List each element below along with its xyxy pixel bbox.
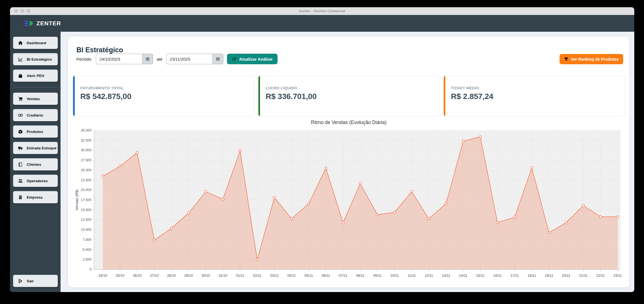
kpi-label: LUCRO LÍQUIDO	[266, 86, 439, 90]
svg-text:30.000: 30.000	[81, 148, 91, 152]
bi-panel: BI Estratégico Período: até	[68, 37, 629, 287]
sidebar-item-label: Empresa	[27, 195, 43, 199]
y-axis-labels: 02.5005.0007.50010.00012.50015.00017.500…	[81, 128, 91, 271]
date-from-input[interactable]	[96, 54, 142, 64]
sidebar-item-entrada-estoque[interactable]: Entrada Estoque	[13, 142, 58, 154]
sidebar-item-operadores[interactable]: Operadores	[13, 175, 58, 187]
svg-text:12/11: 12/11	[425, 274, 433, 278]
sidebar-item-dashboard[interactable]: Dashboard	[13, 37, 58, 49]
sidebar-item-clientes[interactable]: Clientes	[13, 158, 58, 170]
svg-text:08/11: 08/11	[356, 274, 364, 278]
kpi-accent-bar	[73, 76, 75, 116]
x-axis-labels: 24/1025/1026/1027/1028/1029/1030/1031/10…	[98, 274, 622, 278]
shopping-bag-icon	[18, 73, 23, 78]
calendar-icon	[216, 57, 220, 61]
svg-text:04/11: 04/11	[287, 274, 296, 278]
sidebar-item-bi-estrategico[interactable]: BI Estratégico	[13, 53, 58, 65]
svg-text:35.000: 35.000	[81, 128, 91, 132]
brand-logo: ZENTER	[24, 20, 61, 27]
svg-text:14/11: 14/11	[459, 274, 467, 278]
sidebar-item-label: BI Estratégico	[27, 57, 52, 61]
svg-text:10/11: 10/11	[390, 274, 399, 278]
sidebar-item-empresa[interactable]: Empresa	[13, 191, 58, 203]
address-book-icon	[18, 162, 23, 167]
svg-text:32.500: 32.500	[81, 139, 91, 142]
sidebar-item-crediario[interactable]: Crediário	[13, 109, 58, 121]
kpi-card-ticket: TICKET MÉDIO R$ 2.857,24	[443, 76, 625, 116]
sidebar-item-label: Sair	[27, 279, 34, 283]
ranking-produtos-button[interactable]: Ver Ranking de Produtos	[560, 54, 623, 64]
page-title: BI Estratégico	[76, 46, 123, 54]
sidebar-item-produtos[interactable]: Produtos	[13, 125, 58, 138]
sales-chart-block: Ritmo de Vendas (Evolução Diária) 02.500…	[74, 120, 624, 285]
zoom-window-button[interactable]	[27, 9, 30, 13]
svg-text:13/11: 13/11	[442, 274, 450, 278]
svg-text:19/11: 19/11	[545, 274, 553, 278]
svg-text:25.000: 25.000	[81, 168, 91, 172]
svg-text:20.000: 20.000	[81, 188, 91, 192]
window-body: Dashboard BI Estratégico Abrir PDV Venda…	[10, 32, 634, 292]
sidebar-item-abrir-pdv[interactable]: Abrir PDV	[13, 70, 58, 82]
chart-title: Ritmo de Vendas (Evolução Diária)	[74, 120, 624, 125]
refresh-analysis-button[interactable]: Atualizar Análise	[227, 54, 278, 64]
kpi-cards-row: FATURAMENTO TOTAL R$ 542.875,00 LUCRO LÍ…	[73, 76, 625, 116]
brand-name: ZENTER	[36, 20, 61, 27]
kpi-card-faturamento: FATURAMENTO TOTAL R$ 542.875,00	[73, 76, 254, 116]
refresh-analysis-label: Atualizar Análise	[239, 57, 273, 61]
svg-text:17.500: 17.500	[81, 198, 91, 202]
svg-text:01/11: 01/11	[236, 274, 244, 278]
line-chart-icon	[18, 57, 23, 62]
date-from-calendar-button[interactable]	[142, 54, 153, 64]
svg-text:29/10: 29/10	[184, 274, 193, 278]
y-axis-title: Vendas (R$)	[75, 189, 79, 210]
sign-out-icon	[18, 279, 23, 283]
sidebar-item-label: Vendas	[27, 97, 40, 101]
svg-text:2.500: 2.500	[83, 258, 91, 261]
title-bar: Zenter - Gestão Comercial	[10, 7, 634, 15]
window-title: Zenter - Gestão Comercial	[299, 9, 345, 13]
desktop: { "window": { "title": "Zenter - Gestão …	[0, 0, 644, 304]
kpi-value: R$ 336.701,00	[266, 92, 439, 101]
shopping-cart-icon	[18, 97, 23, 101]
svg-text:10.000: 10.000	[81, 228, 91, 232]
sales-evolution-chart: 02.5005.0007.50010.00012.50015.00017.500…	[74, 127, 624, 285]
sidebar-item-label: Abrir PDV	[27, 74, 44, 78]
svg-text:07/11: 07/11	[339, 274, 347, 278]
sidebar-item-label: Dashboard	[27, 41, 46, 45]
date-from-group	[96, 54, 153, 64]
date-to-calendar-button[interactable]	[213, 54, 223, 64]
svg-text:15.000: 15.000	[81, 208, 91, 212]
sidebar: Dashboard BI Estratégico Abrir PDV Venda…	[10, 32, 61, 292]
svg-text:18/11: 18/11	[528, 274, 536, 278]
date-to-input[interactable]	[166, 54, 213, 64]
svg-text:17/11: 17/11	[510, 274, 519, 278]
sidebar-item-vendas[interactable]: Vendas	[13, 93, 58, 105]
app-header: ZENTER	[10, 15, 634, 32]
svg-text:22/11: 22/11	[596, 274, 605, 278]
banknote-icon	[18, 113, 23, 118]
svg-text:22.500: 22.500	[81, 178, 91, 182]
date-to-group	[166, 54, 223, 64]
kpi-label: TICKET MÉDIO	[451, 86, 624, 90]
svg-text:5.000: 5.000	[83, 248, 91, 252]
svg-text:02/11: 02/11	[253, 274, 261, 278]
sidebar-item-sair[interactable]: Sair	[13, 275, 58, 287]
sidebar-divider	[14, 87, 57, 87]
svg-text:21/11: 21/11	[579, 274, 587, 278]
refresh-icon	[232, 57, 236, 61]
close-window-button[interactable]	[14, 9, 18, 13]
svg-text:09/11: 09/11	[373, 274, 381, 278]
window-controls	[14, 7, 30, 15]
svg-text:28/10: 28/10	[167, 274, 176, 278]
svg-text:06/11: 06/11	[322, 274, 330, 278]
kpi-label: FATURAMENTO TOTAL	[80, 86, 254, 90]
main-content: BI Estratégico Período: até	[61, 32, 634, 292]
svg-text:24/10: 24/10	[98, 274, 107, 278]
until-label: até	[157, 57, 163, 61]
minimize-window-button[interactable]	[21, 9, 24, 13]
svg-text:11/11: 11/11	[408, 274, 416, 278]
sidebar-item-label: Produtos	[27, 130, 43, 134]
svg-text:23/11: 23/11	[613, 274, 622, 278]
kpi-value: R$ 2.857,24	[451, 92, 624, 101]
zenter-logo-icon	[24, 20, 34, 27]
